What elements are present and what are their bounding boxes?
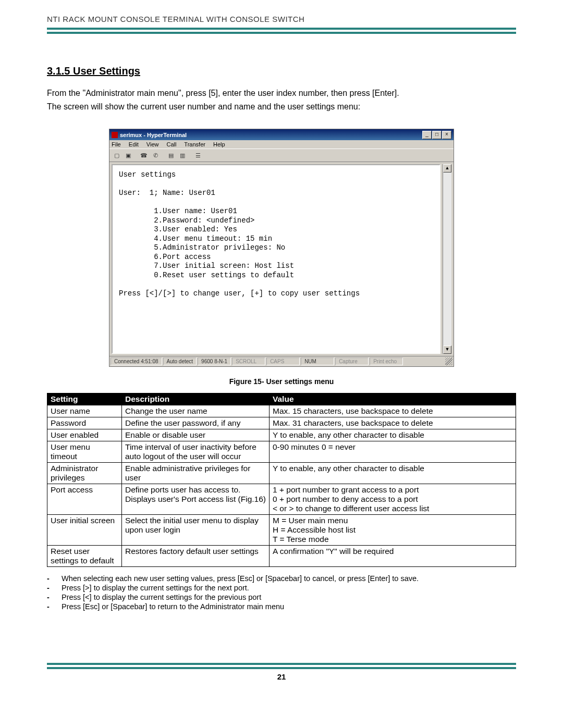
statusbar: Connected 4:51:08 Auto detect 9600 8-N-1…	[109, 356, 454, 366]
table-cell: Restores factory default user settings	[122, 546, 270, 567]
table-cell: Max. 31 characters, use backspace to del…	[270, 417, 516, 429]
status-baud: 9600 8-N-1	[198, 357, 231, 365]
toolbar-connect-icon[interactable]: ☎	[139, 150, 149, 161]
table-cell: User name	[47, 405, 122, 417]
menu-call[interactable]: Call	[167, 141, 177, 147]
toolbar-properties-icon[interactable]: ☰	[193, 150, 203, 161]
table-cell: Administrator privileges	[47, 463, 122, 484]
bullet-dash: -	[47, 602, 62, 611]
vertical-scrollbar[interactable]: ▲ ▼	[443, 164, 451, 354]
table-cell: Password	[47, 417, 122, 429]
minimize-button[interactable]: _	[422, 131, 432, 139]
window-title: serimux - HyperTerminal	[120, 132, 422, 138]
table-cell: Select the initial user menu to display …	[122, 515, 270, 546]
bullet-dash: -	[47, 574, 62, 583]
toolbar-disconnect-icon[interactable]: ✆	[150, 150, 161, 161]
col-description: Description	[122, 393, 270, 405]
table-row: PasswordDefine the user password, if any…	[47, 417, 516, 429]
table-cell: Reset user settings to default	[47, 546, 122, 567]
hyperterminal-window: serimux - HyperTerminal _□× File Edit Vi…	[109, 129, 454, 367]
table-row: Reset user settings to defaultRestores f…	[47, 546, 516, 567]
table-cell: Y to enable, any other character to disa…	[270, 463, 516, 484]
table-cell: 1 + port number to grant access to a por…	[270, 484, 516, 515]
scroll-down-icon[interactable]: ▼	[443, 346, 451, 354]
status-printecho: Print echo	[370, 357, 403, 365]
intro-line-1: From the "Administrator main menu", pres…	[47, 88, 516, 99]
note-item: -When selecting each new user setting va…	[47, 574, 516, 583]
section-heading: 3.1.5 User Settings	[47, 65, 516, 77]
intro-line-2: The screen will show the current user nu…	[47, 101, 516, 113]
table-row: User initial screenSelect the initial us…	[47, 515, 516, 546]
table-header-row: Setting Description Value	[47, 393, 516, 405]
settings-table: Setting Description Value User nameChang…	[47, 393, 516, 567]
page-header: NTI RACK MOUNT CONSOLE TERMINAL WITH CON…	[47, 15, 516, 28]
note-text: Press [>] to display the current setting…	[62, 584, 516, 592]
note-text: Press [<] to display the current setting…	[62, 593, 516, 601]
note-item: -Press [Esc] or [Spacebar] to return to …	[47, 602, 516, 611]
col-setting: Setting	[47, 393, 122, 405]
table-row: User nameChange the user nameMax. 15 cha…	[47, 405, 516, 417]
maximize-button[interactable]: □	[432, 131, 442, 139]
bullet-dash: -	[47, 584, 62, 592]
table-cell: M = User main menu H = Accessible host l…	[270, 515, 516, 546]
table-cell: User enabled	[47, 429, 122, 441]
table-row: User enabledEnable or disable userY to e…	[47, 429, 516, 441]
menu-help[interactable]: Help	[213, 141, 225, 147]
window-titlebar[interactable]: serimux - HyperTerminal _□×	[109, 129, 454, 140]
menu-file[interactable]: File	[112, 141, 121, 147]
note-item: -Press [<] to display the current settin…	[47, 593, 516, 601]
menubar: File Edit View Call Transfer Help	[109, 140, 454, 149]
status-scroll: SCROLL	[232, 357, 265, 365]
footer-rule	[47, 663, 516, 669]
notes-list: -When selecting each new user setting va…	[47, 574, 516, 611]
table-cell: A confirmation "Y" will be required	[270, 546, 516, 567]
terminal-output: User settings User: 1; Name: User01 1.Us…	[112, 164, 440, 354]
table-row: Port accessDefine ports user has access …	[47, 484, 516, 515]
toolbar-receive-icon[interactable]: ▥	[177, 150, 188, 161]
status-connected: Connected 4:51:08	[111, 357, 162, 365]
table-cell: Max. 15 characters, use backspace to del…	[270, 405, 516, 417]
resize-grip-icon[interactable]	[445, 357, 452, 365]
table-cell: Time interval of user inactivity before …	[122, 441, 270, 463]
note-text: When selecting each new user setting val…	[62, 574, 516, 583]
toolbar-open-icon[interactable]: ▣	[123, 150, 133, 161]
table-cell: Define the user password, if any	[122, 417, 270, 429]
table-cell: Change the user name	[122, 405, 270, 417]
table-cell: User menu timeout	[47, 441, 122, 463]
table-cell: 0-90 minutes 0 = never	[270, 441, 516, 463]
toolbar-send-icon[interactable]: ▤	[166, 150, 176, 161]
status-capture: Capture	[335, 357, 369, 365]
status-autodetect: Auto detect	[163, 357, 197, 365]
figure-caption: Figure 15- User settings menu	[47, 377, 516, 386]
note-item: -Press [>] to display the current settin…	[47, 584, 516, 592]
table-cell: User initial screen	[47, 515, 122, 546]
menu-view[interactable]: View	[146, 141, 159, 147]
table-cell: Port access	[47, 484, 122, 515]
page-number: 21	[47, 672, 516, 681]
status-caps: CAPS	[266, 357, 300, 365]
table-cell: Define ports user has access to. Display…	[122, 484, 270, 515]
menu-transfer[interactable]: Transfer	[184, 141, 205, 147]
status-num: NUM	[301, 357, 334, 365]
bullet-dash: -	[47, 593, 62, 601]
table-row: User menu timeoutTime interval of user i…	[47, 441, 516, 463]
header-rule	[47, 28, 516, 34]
col-value: Value	[270, 393, 516, 405]
table-row: Administrator privilegesEnable administr…	[47, 463, 516, 484]
toolbar-new-icon[interactable]: ▢	[112, 150, 122, 161]
table-cell: Y to enable, any other character to disa…	[270, 429, 516, 441]
note-text: Press [Esc] or [Spacebar] to return to t…	[62, 602, 516, 611]
close-button[interactable]: ×	[442, 131, 451, 139]
scroll-track[interactable]	[443, 172, 451, 346]
scroll-up-icon[interactable]: ▲	[443, 164, 451, 172]
table-cell: Enable or disable user	[122, 429, 270, 441]
app-icon	[112, 132, 118, 138]
menu-edit[interactable]: Edit	[129, 141, 139, 147]
toolbar: ▢ ▣ ☎ ✆ ▤ ▥ ☰	[109, 149, 454, 162]
table-cell: Enable administrative privileges for use…	[122, 463, 270, 484]
